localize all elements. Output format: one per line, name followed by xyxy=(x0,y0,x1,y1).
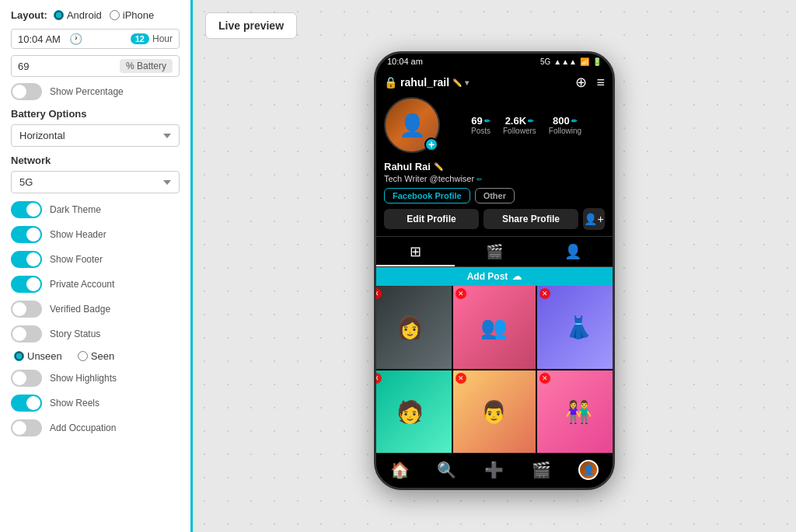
lock-icon: 🔒 xyxy=(384,76,397,89)
add-occupation-label: Add Occupation xyxy=(50,422,116,433)
add-post-bar[interactable]: Add Post ☁ xyxy=(374,267,615,286)
battery-row: % Battery xyxy=(11,55,180,77)
ig-profile-section: 👤 + 69 ✏ Posts 2.6K xyxy=(384,94,605,159)
grid-item-2: 👥 ✕ xyxy=(453,286,536,369)
bio-edit-icon: ✏️ xyxy=(434,162,443,171)
battery-options-select[interactable]: Horizontal Vertical Circular xyxy=(11,124,180,147)
seen-radio-label[interactable]: Seen xyxy=(78,350,114,362)
unseen-radio-label[interactable]: Unseen xyxy=(14,350,62,362)
following-edit-icon: ✏ xyxy=(571,117,578,125)
time-row: 🕐 12 Hour xyxy=(11,29,180,49)
clock-icon: 🕐 xyxy=(69,33,82,45)
private-account-row: Private Account xyxy=(11,276,180,293)
seen-label: Seen xyxy=(91,350,114,362)
unseen-label: Unseen xyxy=(27,350,62,362)
show-reels-row: Show Reels xyxy=(11,395,180,412)
add-post-label: Add Post xyxy=(467,271,508,282)
followers-label: Followers xyxy=(503,127,536,135)
android-radio[interactable] xyxy=(54,10,64,20)
android-radio-label[interactable]: Android xyxy=(54,9,102,21)
ig-stats: 69 ✏ Posts 2.6K ✏ Followers xyxy=(448,115,605,135)
show-footer-label: Show Footer xyxy=(50,254,103,265)
grid-tab[interactable]: ⊞ xyxy=(376,243,455,266)
layout-label: Layout: xyxy=(11,9,47,21)
search-bottom-icon[interactable]: 🔍 xyxy=(437,461,456,479)
show-highlights-toggle[interactable] xyxy=(11,370,42,387)
share-profile-button[interactable]: Share Profile xyxy=(484,209,578,229)
grid-item-6: 👫 ✕ xyxy=(537,370,615,454)
verified-badge-toggle[interactable] xyxy=(11,301,42,318)
home-icon[interactable]: 🏠 xyxy=(390,461,410,479)
ig-bottom-nav: 🏠 🔍 ➕ 🎬 👤 xyxy=(376,453,613,488)
grid-face-3: 👗 xyxy=(537,286,615,369)
show-header-slider xyxy=(11,226,42,243)
show-header-toggle[interactable] xyxy=(11,226,42,243)
grid-item-4: 🧑 ✕ xyxy=(374,370,452,454)
unseen-radio[interactable] xyxy=(14,351,24,361)
ig-topnav-icons: ⊕ ≡ xyxy=(575,74,605,91)
posts-count: 69 ✏ xyxy=(471,115,491,127)
private-account-label: Private Account xyxy=(50,279,114,290)
seen-radio[interactable] xyxy=(78,351,88,361)
battery-input[interactable] xyxy=(18,61,49,72)
grid-close-2[interactable]: ✕ xyxy=(456,288,466,299)
grid-close-6[interactable]: ✕ xyxy=(539,373,550,384)
edit-profile-button[interactable]: Edit Profile xyxy=(384,209,479,229)
ig-bio-desc: Tech Writer @techwiser ✏ xyxy=(384,174,605,183)
grid-item-5: 👨 ✕ xyxy=(453,370,536,454)
grid-close-5[interactable]: ✕ xyxy=(456,373,466,384)
battery-options-heading: Battery Options xyxy=(11,108,180,120)
ig-username-text: rahul_rail xyxy=(400,76,449,89)
add-occupation-toggle[interactable] xyxy=(11,419,42,436)
bio-link-edit-icon: ✏ xyxy=(477,176,483,183)
other-link-button[interactable]: Other xyxy=(475,188,515,203)
add-bottom-icon[interactable]: ➕ xyxy=(484,461,504,479)
avatar-wrap: 👤 + xyxy=(384,97,440,153)
ig-links: Facebook Profile Other xyxy=(384,188,605,203)
status-bar: 10:04 am 5G ▲▲▲ 📶 🔋 xyxy=(376,54,613,69)
layout-radio-group: Android iPhone xyxy=(54,9,154,21)
reels-tab[interactable]: 🎬 xyxy=(455,243,533,266)
grid-face-1: 👩 xyxy=(374,286,452,369)
hour-label: Hour xyxy=(152,33,173,44)
grid-face-2: 👥 xyxy=(453,286,536,369)
status-right: 5G ▲▲▲ 📶 🔋 xyxy=(540,57,602,66)
ig-bio-section: Rahul Rai ✏️ Tech Writer @techwiser ✏ xyxy=(384,159,605,188)
battery-label: % Battery xyxy=(120,59,173,73)
profile-bottom-avatar[interactable]: 👤 xyxy=(578,460,599,480)
settings-panel: Layout: Android iPhone 🕐 12 Hour % Batte… xyxy=(0,0,193,532)
show-header-label: Show Header xyxy=(50,229,106,240)
private-account-toggle[interactable] xyxy=(11,276,42,293)
network-select[interactable]: 5G 4G 3G LTE xyxy=(11,171,180,193)
iphone-radio[interactable] xyxy=(110,10,120,20)
show-reels-slider xyxy=(11,395,42,412)
ig-username-area: 🔒 rahul_rail ✏️ ▾ xyxy=(384,76,469,89)
signal-icon: ▲▲▲ xyxy=(553,57,577,66)
iphone-label: iPhone xyxy=(123,9,154,21)
facebook-profile-button[interactable]: Facebook Profile xyxy=(384,188,470,203)
android-label: Android xyxy=(67,9,102,21)
time-input[interactable] xyxy=(18,33,65,45)
tagged-tab[interactable]: 👤 xyxy=(534,243,613,266)
show-footer-slider xyxy=(11,251,42,268)
avatar-emoji: 👤 xyxy=(399,113,426,138)
show-percentage-row: Show Percentage xyxy=(11,83,180,100)
grid-face-6: 👫 xyxy=(537,370,615,454)
grid-item-1: 👩 ✕ xyxy=(374,286,452,369)
story-status-radio-row: Unseen Seen xyxy=(14,350,180,362)
dark-theme-toggle[interactable] xyxy=(11,201,42,218)
battery-icon: 🔋 xyxy=(592,57,602,66)
add-square-icon[interactable]: ⊕ xyxy=(575,74,587,91)
follow-icon-button[interactable]: 👤+ xyxy=(583,208,605,230)
story-status-toggle[interactable] xyxy=(11,325,42,342)
show-footer-toggle[interactable] xyxy=(11,251,42,268)
show-percentage-slider xyxy=(11,83,42,100)
reels-bottom-icon[interactable]: 🎬 xyxy=(532,461,551,479)
iphone-radio-label[interactable]: iPhone xyxy=(110,9,154,21)
live-preview-button[interactable]: Live preview xyxy=(205,12,297,39)
show-percentage-toggle[interactable] xyxy=(11,83,42,100)
avatar-plus-button[interactable]: + xyxy=(424,137,438,151)
menu-icon[interactable]: ≡ xyxy=(596,75,605,91)
show-reels-toggle[interactable] xyxy=(11,395,42,412)
edit-pen-icon: ✏️ xyxy=(452,78,462,87)
